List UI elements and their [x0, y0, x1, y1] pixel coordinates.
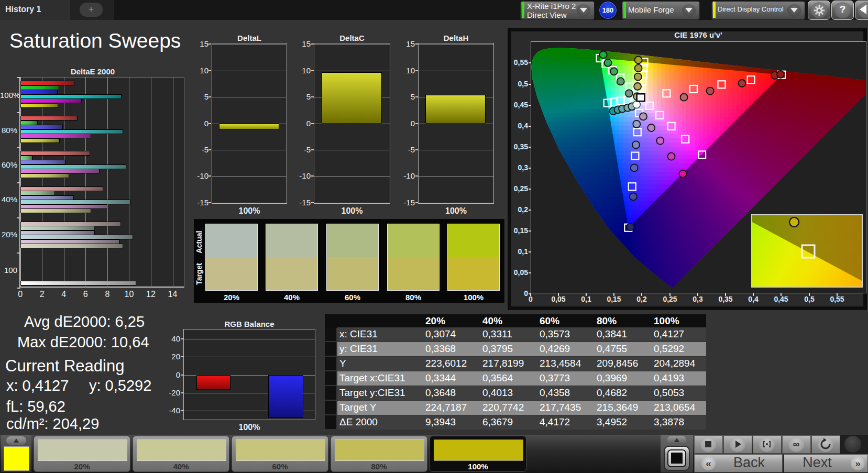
svg-text:∞: ∞: [793, 439, 800, 449]
